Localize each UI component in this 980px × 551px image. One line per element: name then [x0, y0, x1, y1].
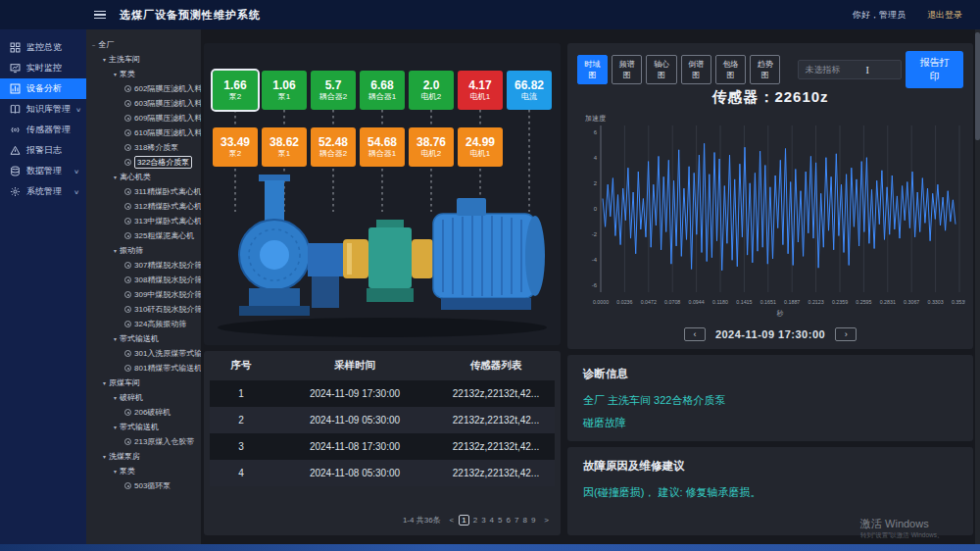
chart-type-tab[interactable]: 倒谱图	[681, 55, 711, 84]
chart-type-tab[interactable]: 轴心图	[646, 55, 676, 84]
tree-item[interactable]: 602隔膜压滤机入料泵	[86, 81, 201, 96]
next-date-button[interactable]: ›	[835, 327, 857, 341]
device-tree-panel: −全厂▾主洗车间▾泵类602隔膜压滤机入料泵603隔膜压滤机入料泵609隔膜压滤…	[86, 29, 201, 551]
tree-item[interactable]: ▾破碎机	[86, 390, 201, 405]
sidebar-item[interactable]: 实时监控	[0, 58, 86, 78]
page-number[interactable]: 6	[507, 516, 511, 525]
tree-item[interactable]: ▾泵类	[86, 67, 201, 81]
sensor-gauge[interactable]: 5.7耦合器2	[311, 71, 356, 110]
sensor-gauge[interactable]: 1.66泵2	[213, 71, 258, 110]
page-number[interactable]: 1	[459, 515, 468, 526]
tree-item[interactable]: 318稀介质泵	[86, 140, 201, 155]
page-number[interactable]: 7	[514, 516, 518, 525]
tree-item[interactable]: ▾离心机类	[86, 170, 201, 184]
scrollbar[interactable]	[975, 29, 980, 544]
tree-item[interactable]: 310矸石脱水脱介筛	[86, 302, 201, 317]
gauge-label: 泵1	[278, 149, 290, 159]
sidebar-item[interactable]: 报警日志	[0, 140, 86, 161]
svg-text:4: 4	[594, 155, 598, 161]
page-number[interactable]: 2	[473, 516, 477, 525]
print-report-button[interactable]: 报告打印	[906, 51, 963, 88]
sensor-gauge[interactable]: 38.76电机2	[409, 127, 454, 167]
sidebar-item[interactable]: 传感器管理	[0, 120, 86, 140]
sensor-gauge[interactable]: 6.68耦合器1	[360, 71, 405, 110]
sensor-gauge[interactable]: 4.17电机1	[458, 71, 503, 110]
gear-icon	[124, 291, 131, 298]
svg-text:0.3539: 0.3539	[952, 299, 965, 305]
svg-text:0.0708: 0.0708	[664, 299, 680, 305]
tree-item[interactable]: 603隔膜压滤机入料泵	[86, 96, 201, 111]
tree-item[interactable]: 503循环泵	[86, 478, 201, 493]
tree-item[interactable]: 311精煤卧式离心机	[86, 184, 201, 199]
table-row[interactable]: 32024-11-08 17:30:0022132z,22132t,42...	[210, 433, 555, 460]
tree-item[interactable]: −全厂	[86, 37, 201, 52]
sensor-gauge[interactable]: 24.99电机1	[458, 127, 503, 167]
tree-item[interactable]: 325粗煤泥离心机	[86, 228, 201, 243]
sidebar-item[interactable]: 知识库管理∨	[0, 99, 86, 120]
tree-item[interactable]: 307精煤脱水脱介筛	[86, 258, 201, 273]
table-row[interactable]: 42024-11-08 05:30:0022132z,22132t,42...	[210, 460, 555, 486]
tree-item[interactable]: ▾振动筛	[86, 243, 201, 258]
sensor-gauge[interactable]: 2.0电机2	[409, 71, 454, 110]
page-number[interactable]: 3	[481, 516, 485, 525]
chart-type-tab[interactable]: 包络图	[715, 55, 746, 84]
monitor-icon	[10, 63, 21, 74]
tree-item-label: 318稀介质泵	[134, 142, 178, 153]
page-number[interactable]: 4	[490, 516, 494, 525]
tree-item[interactable]: ▾泵类	[86, 464, 201, 478]
sidebar-item[interactable]: 监控总览	[0, 37, 86, 58]
chart-type-tab[interactable]: 时域图	[577, 55, 608, 84]
sensor-gauge[interactable]: 66.82电流	[507, 71, 552, 110]
caret-icon: ▾	[114, 424, 117, 430]
sensor-gauge[interactable]: 1.06泵1	[262, 71, 307, 110]
page-number[interactable]: 5	[498, 516, 502, 525]
table-cell: 2	[210, 415, 272, 426]
sensor-gauge[interactable]: 52.48耦合器2	[311, 127, 356, 167]
gauge-value: 1.06	[272, 78, 295, 92]
tree-item[interactable]: 213原煤入仓胶带	[86, 434, 201, 449]
analysis-icon	[10, 83, 21, 94]
svg-text:0: 0	[594, 206, 598, 212]
table-row[interactable]: 22024-11-09 05:30:0022132z,22132t,42...	[210, 407, 555, 433]
gear-icon	[124, 100, 131, 107]
tree-item[interactable]: 309中煤脱水脱介筛	[86, 287, 201, 302]
chart-type-tab[interactable]: 频谱图	[612, 55, 642, 84]
sidebar-item[interactable]: 设备分析	[0, 78, 86, 99]
tree-item[interactable]: 610隔膜压滤机入料泵	[86, 125, 201, 140]
tree-item[interactable]: 313中煤卧式离心机	[86, 214, 201, 228]
page-number[interactable]: 8	[522, 516, 526, 525]
scrollbar-thumb[interactable]	[975, 32, 980, 140]
tree-item[interactable]: ▾带式输送机	[86, 331, 201, 346]
logout-link[interactable]: 退出登录	[927, 9, 962, 22]
tree-item[interactable]: ▾原煤车间	[86, 376, 201, 390]
sidebar-item[interactable]: 数据管理∨	[0, 161, 86, 181]
diagnosis-line: 全厂 主洗车间 322合格介质泵	[583, 389, 957, 412]
page-number[interactable]: 9	[531, 516, 535, 525]
sidebar-item[interactable]: 系统管理∨	[0, 181, 86, 202]
tree-item-label: 振动筛	[120, 245, 143, 256]
sensor-gauge[interactable]: 54.68耦合器1	[360, 127, 405, 167]
tree-item[interactable]: 801精煤带式输送机	[86, 361, 201, 376]
tree-item[interactable]: ▾主洗车间	[86, 52, 201, 67]
table-row[interactable]: 12024-11-09 17:30:0022132z,22132t,42...	[210, 380, 555, 407]
tree-item[interactable]: 609隔膜压滤机入料泵	[86, 111, 201, 125]
tree-item-label: 全厂	[99, 39, 115, 50]
tree-item[interactable]: 308精煤脱水脱介筛	[86, 273, 201, 287]
tree-item[interactable]: 301入洗原煤带式输送机	[86, 346, 201, 361]
gauge-label: 电机2	[421, 92, 441, 102]
prev-date-button[interactable]: ‹	[684, 327, 706, 341]
indicator-input[interactable]: 未选指标 I	[798, 60, 901, 79]
chart-type-tab[interactable]: 趋势图	[750, 55, 780, 84]
sensor-gauge[interactable]: 38.62泵1	[262, 127, 307, 167]
tree-item[interactable]: 206破碎机	[86, 405, 201, 420]
gauge-value: 2.0	[423, 78, 440, 92]
tree-item[interactable]: 312精煤卧式离心机	[86, 199, 201, 214]
menu-icon[interactable]	[94, 11, 106, 20]
tree-item[interactable]: ▾带式输送机	[86, 420, 201, 434]
tree-item[interactable]: ▾洗煤泵房	[86, 449, 201, 464]
next-page-button[interactable]: >	[544, 516, 549, 525]
tree-item[interactable]: 322合格介质泵	[86, 155, 201, 170]
tree-item[interactable]: 324高频振动筛	[86, 317, 201, 331]
prev-page-button[interactable]: <	[450, 516, 455, 525]
sensor-gauge[interactable]: 33.49泵2	[213, 127, 258, 167]
